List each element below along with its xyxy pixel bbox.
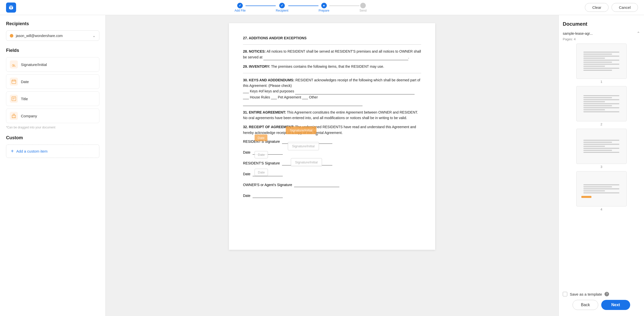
date-row-2-label: Date — [243, 172, 251, 176]
date-row-1: Date — [243, 150, 421, 155]
signature-section: RESIDENT'S Signature Date RESIDENT'S Sig… — [243, 139, 421, 198]
collapse-icon[interactable]: ⌃ — [637, 31, 640, 36]
field-label-title: Title — [21, 97, 28, 101]
add-custom-item-button[interactable]: + Add a custom item — [6, 145, 99, 158]
thumb-num-2: 2 — [600, 122, 602, 126]
sig-row-3-line — [294, 182, 339, 187]
sig-field-2[interactable]: Signature/Initial — [288, 142, 319, 150]
section-29-text: The premises contains the following item… — [271, 64, 384, 68]
sig-row-2: RESIDENT'S Signature — [243, 161, 421, 165]
field-company[interactable]: Company — [6, 109, 99, 123]
plus-icon: + — [11, 148, 14, 154]
topbar: ✓ Add File ✓ Recipient ● Prepare Send Cl… — [0, 0, 644, 15]
drag-handle-1 — [315, 133, 318, 136]
step-label-prepare: Prepare — [318, 9, 329, 12]
app-logo — [6, 3, 16, 13]
recipient-email: jason_will@wondershare.com — [16, 34, 90, 38]
bottom-buttons: Back Next — [563, 300, 640, 310]
thumb-lines-2 — [581, 93, 621, 114]
wizard-steps: ✓ Add File ✓ Recipient ● Prepare Send — [234, 3, 367, 12]
svg-rect-8 — [12, 115, 16, 118]
date-field-1[interactable]: Date — [255, 134, 267, 141]
sidebar: Recipients jason_will@wondershare.com ⌄ … — [0, 15, 106, 316]
keys-blank — [295, 88, 415, 94]
section-31-heading: ENTIRE AGREEMENT: — [249, 110, 286, 114]
thumb-img-2 — [576, 86, 627, 121]
thumb-img-3 — [576, 129, 627, 164]
recipient-chip[interactable]: jason_will@wondershare.com ⌄ — [6, 30, 99, 41]
date-row-3-line — [253, 193, 283, 198]
doc-pages: Pages: 4 — [563, 37, 640, 41]
date-row-3: Date — [243, 193, 421, 198]
date-row-2: Date — [243, 171, 421, 176]
step-prepare: ● Prepare — [318, 3, 329, 12]
save-template-checkbox[interactable] — [563, 292, 567, 296]
step-add-file: ✓ Add File — [234, 3, 246, 12]
field-label-signature: Signature/Initial — [21, 62, 47, 67]
thumb-num-1: 1 — [600, 80, 602, 84]
section-28-text: All notices to RESIDENT shall be served … — [243, 49, 421, 59]
company-icon — [10, 112, 18, 120]
fields-title: Fields — [6, 48, 99, 53]
add-custom-label: Add a custom item — [16, 149, 48, 153]
date-field-3-label: Date — [258, 170, 265, 174]
sig-field-3[interactable]: Signature/Initial — [291, 158, 322, 166]
field-label-date: Date — [21, 80, 29, 84]
thumbnail-page-1[interactable]: 1 — [563, 44, 640, 84]
section-30-num: 30. — [243, 78, 249, 82]
sig-field-2-label: Signature/Initial — [292, 144, 315, 148]
section-29-line — [243, 73, 421, 73]
step-circle-send — [360, 3, 366, 8]
thumb-lines-4 — [581, 182, 621, 195]
step-line-3 — [329, 6, 359, 6]
topbar-actions: Clear Cancel — [585, 3, 638, 12]
section-30-heading: KEYS AND ADDDENDUMS: — [249, 78, 294, 82]
fields-section: Fields Signature/Initial Date Title — [6, 48, 99, 129]
cancel-button[interactable]: Cancel — [612, 3, 638, 12]
date-field-3[interactable]: Date — [255, 169, 268, 176]
title-icon — [10, 95, 18, 103]
thumbnail-page-4[interactable]: 4 — [563, 171, 640, 211]
step-circle-prepare: ● — [321, 3, 327, 8]
save-template-row: Save as a template ? — [563, 292, 640, 296]
section-28-heading: NOTICES: — [249, 49, 266, 53]
thumbnail-page-2[interactable]: 2 — [563, 86, 640, 126]
dragging-sig-field-1[interactable]: Signature/Initial — [286, 126, 316, 134]
field-label-company: Company — [21, 114, 37, 118]
step-line-2 — [288, 6, 318, 6]
step-recipient: ✓ Recipient — [276, 3, 288, 12]
section-29-num: 29. — [243, 64, 249, 68]
date-field-2-label: Date — [258, 153, 265, 157]
field-signature-initial[interactable]: Signature/Initial — [6, 57, 99, 72]
section-30-keys: ___ Keys #of keys and purposes — [243, 89, 415, 93]
section-27-line — [243, 44, 421, 45]
section-30-rules: ___ House Rules ___ Pet Agreement ___ Ot… — [243, 95, 363, 105]
svg-rect-1 — [12, 80, 16, 84]
field-date[interactable]: Date — [6, 74, 99, 89]
sig-row-2-label: RESIDENT'S Signature — [243, 161, 280, 165]
field-title[interactable]: Title — [6, 91, 99, 106]
thumb-img-4 — [576, 171, 627, 206]
clear-button[interactable]: Clear — [585, 3, 609, 12]
document-page: 27. ADDITIONS AND/OR EXCEPTIONS 28. NOTI… — [229, 23, 435, 250]
sig-field-3-label: Signature/Initial — [295, 160, 318, 164]
recipients-title: Recipients — [6, 21, 99, 26]
section-28-blank — [263, 54, 408, 60]
section-29-heading: INVENTORY: — [249, 64, 270, 68]
chevron-down-icon: ⌄ — [92, 33, 96, 38]
help-icon[interactable]: ? — [605, 292, 609, 296]
back-button[interactable]: Back — [573, 300, 598, 310]
step-send: Send — [359, 3, 367, 12]
doc-filename: sample-lease-agr... — [563, 31, 593, 36]
thumb-highlight-4 — [581, 196, 591, 198]
date-icon — [10, 78, 18, 86]
document-thumbnails: 1 2 — [563, 44, 640, 288]
section-27-heading: ADDITIONS AND/OR EXCEPTIONS — [249, 36, 307, 40]
date-field-2[interactable]: Date — [255, 151, 268, 158]
sig-field-1-label: Signature/Initial — [290, 128, 312, 132]
svg-rect-5 — [12, 97, 16, 101]
thumb-lines-3 — [581, 138, 621, 155]
thumbnail-page-3[interactable]: 3 — [563, 129, 640, 169]
next-button[interactable]: Next — [601, 300, 630, 310]
document-text: 27. ADDITIONS AND/OR EXCEPTIONS 28. NOTI… — [243, 35, 421, 135]
